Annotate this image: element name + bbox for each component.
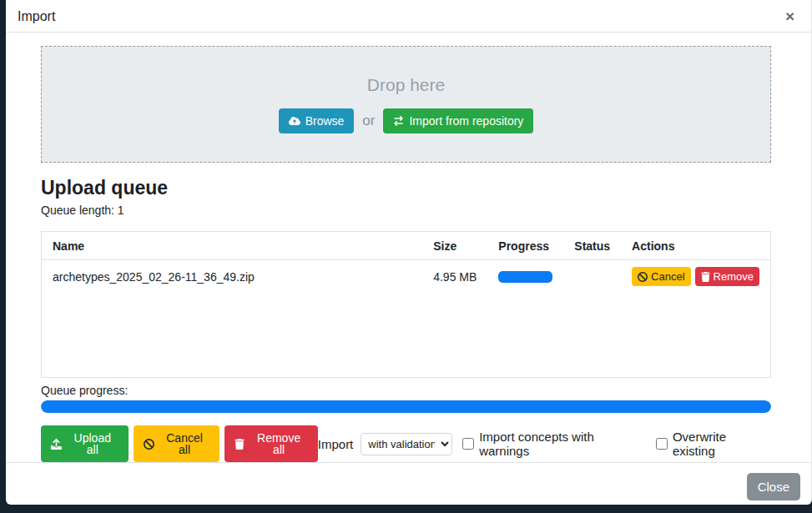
table-header-row: Name Size Progress Status Actions <box>42 232 770 260</box>
cancel-all-label: Cancel all <box>159 432 210 455</box>
modal-footer: Close <box>6 462 811 510</box>
queue-progress-track <box>41 400 771 413</box>
queue-progress-bar <box>41 400 771 413</box>
upload-queue-table: Name Size Progress Status Actions archet… <box>41 231 771 378</box>
upload-queue-heading: Upload queue <box>41 177 771 199</box>
remove-all-label: Remove all <box>250 432 307 455</box>
file-name-cell: archetypes_2025_02_26-11_36_49.zip <box>42 260 422 294</box>
modal-header: Import × <box>6 0 811 33</box>
queue-progress-label: Queue progress: <box>41 384 771 397</box>
table-row: archetypes_2025_02_26-11_36_49.zip 4.95 … <box>42 260 770 294</box>
file-progress-cell <box>487 260 563 294</box>
upload-all-label: Upload all <box>67 432 119 455</box>
overwrite-existing-label: Overwrite existing <box>673 430 771 458</box>
column-header-name: Name <box>42 232 422 260</box>
ban-icon <box>144 439 154 450</box>
close-button[interactable]: Close <box>747 473 800 500</box>
dropzone-label: Drop here <box>367 75 445 95</box>
cancel-file-label: Cancel <box>651 271 684 282</box>
cloud-upload-icon <box>289 116 300 126</box>
import-modal: Import × Drop here Browse or Import from… <box>6 0 812 505</box>
or-label: or <box>362 113 375 129</box>
file-progress-track <box>498 271 552 283</box>
overwrite-existing-option: Overwrite existing <box>656 430 771 458</box>
cancel-file-button[interactable]: Cancel <box>632 267 690 286</box>
upload-all-button[interactable]: Upload all <box>41 425 129 462</box>
queue-length-text: Queue length: 1 <box>41 204 771 217</box>
dropzone-actions: Browse or Import from repository <box>279 108 534 133</box>
modal-body: Drop here Browse or Import from reposito… <box>6 33 811 462</box>
trash-icon <box>235 439 245 450</box>
import-warnings-option: Import concepts with warnings <box>462 430 646 458</box>
remove-file-button[interactable]: Remove <box>695 267 759 286</box>
remove-file-label: Remove <box>714 271 754 282</box>
trash-icon <box>701 272 710 282</box>
import-from-repository-label: Import from repository <box>409 115 523 127</box>
upload-icon <box>51 439 62 450</box>
file-status-cell <box>563 260 621 294</box>
close-icon[interactable]: × <box>782 8 798 24</box>
column-header-progress: Progress <box>487 232 563 260</box>
remove-all-button[interactable]: Remove all <box>224 425 317 462</box>
file-progress-bar <box>498 271 552 283</box>
cancel-all-button[interactable]: Cancel all <box>134 425 220 462</box>
browse-button[interactable]: Browse <box>279 108 355 133</box>
import-from-repository-button[interactable]: Import from repository <box>383 108 533 133</box>
bulk-action-buttons: Upload all Cancel all Remove all <box>41 425 318 462</box>
file-size-cell: 4.95 MB <box>422 260 487 294</box>
overwrite-existing-checkbox[interactable] <box>656 438 668 450</box>
file-actions-cell: Cancel Remove <box>621 260 770 294</box>
exchange-arrows-icon <box>393 116 404 126</box>
ban-icon <box>638 272 648 282</box>
modal-title: Import <box>18 9 55 24</box>
column-header-status: Status <box>563 232 621 260</box>
bottom-controls: Upload all Cancel all Remove all Import <box>41 425 771 462</box>
import-warnings-label: Import concepts with warnings <box>479 430 646 458</box>
column-header-actions: Actions <box>621 232 770 260</box>
import-mode-label: Import <box>318 437 354 451</box>
import-warnings-checkbox[interactable] <box>462 438 474 450</box>
import-mode-select[interactable]: with validation <box>361 433 452 455</box>
file-dropzone[interactable]: Drop here Browse or Import from reposito… <box>41 46 771 163</box>
column-header-size: Size <box>422 232 487 260</box>
browse-button-label: Browse <box>305 115 345 127</box>
import-options: Import with validation Import concepts w… <box>318 430 771 458</box>
